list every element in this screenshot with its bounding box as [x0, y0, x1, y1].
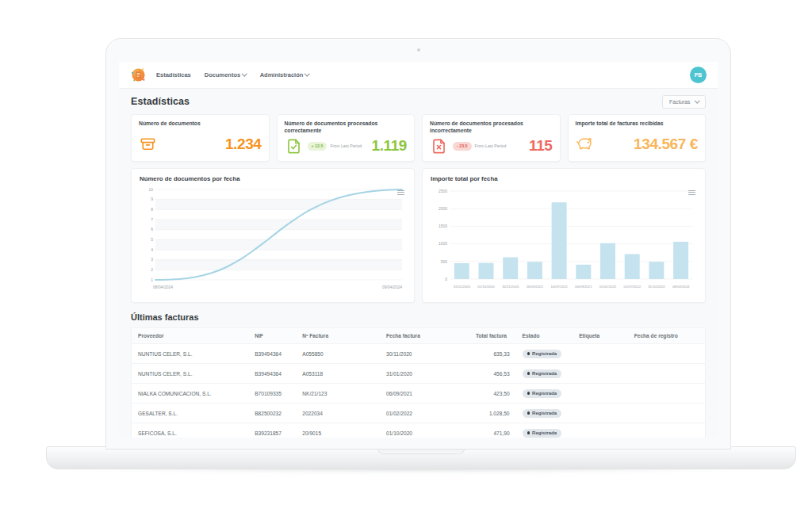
bar-chart: 0500100015002000250031/01/202001/10/2020…: [431, 184, 697, 293]
app-logo-icon[interactable]: [130, 67, 147, 83]
cell-registro: [628, 423, 706, 438]
column-header: Estado: [516, 328, 573, 344]
svg-text:9: 9: [151, 197, 153, 201]
column-header: Fecha factura: [380, 328, 469, 344]
nav-links: EstadísticasDocumentosAdministración: [156, 71, 309, 78]
status-badge: Registrada: [523, 350, 562, 358]
stat-card-3: Importe total de facturas recibidas134.5…: [568, 114, 707, 162]
facturas-select[interactable]: Facturas: [662, 95, 706, 109]
cell-estado: Registrada: [516, 344, 573, 364]
svg-text:26/03/2021: 26/03/2021: [527, 285, 544, 289]
document-check-icon: [285, 137, 303, 155]
table-row[interactable]: NIALKA COMUNICACION, S.L.B70109335NK/21/…: [132, 384, 706, 404]
status-label: Registrada: [532, 371, 557, 376]
svg-text:14/07/2021: 14/07/2021: [550, 285, 568, 289]
cell-fecha: 01/10/2020: [380, 423, 469, 438]
main-content: Estadísticas Facturas Número de document…: [119, 89, 718, 438]
chart-menu-icon[interactable]: [396, 187, 406, 198]
table-row[interactable]: NUNTIUS CELER, S.L.B39494364A05311831/01…: [132, 364, 706, 384]
cell-nif: B39231857: [248, 423, 296, 438]
document-x-icon: [430, 137, 448, 155]
cell-total: 1.028,50: [469, 404, 516, 423]
nav-item-administracion[interactable]: Administración: [260, 71, 309, 78]
nav-item-label: Estadísticas: [156, 71, 191, 78]
cell-nif: B70109335: [248, 384, 296, 404]
svg-text:6: 6: [151, 227, 153, 231]
cell-estado: Registrada: [516, 404, 573, 423]
status-label: Registrada: [532, 351, 557, 356]
svg-text:1500: 1500: [439, 224, 447, 228]
cell-fecha: 06/09/2021: [380, 384, 469, 404]
svg-text:30/11/2020: 30/11/2020: [502, 285, 519, 289]
cell-nif: B39494364: [248, 344, 296, 364]
stat-card-body: + 12.5From Last Period1.119: [285, 137, 408, 155]
svg-text:500: 500: [441, 259, 448, 264]
stat-card-title: Importe total de facturas recibidas: [576, 121, 699, 132]
stat-card-1: Número de documentos procesados correcta…: [277, 114, 416, 162]
svg-text:06/09/2021: 06/09/2021: [575, 285, 592, 289]
cell-proveedor: NIALKA COMUNICACION, S.L.: [132, 384, 249, 404]
invoices-table-header-row: ProveedorNIFNº FacturaFecha facturaTotal…: [132, 328, 706, 344]
cell-total: 423,50: [469, 384, 516, 404]
svg-text:2: 2: [151, 267, 153, 272]
status-label: Registrada: [532, 411, 557, 415]
status-label: Registrada: [532, 391, 557, 396]
table-row[interactable]: NUNTIUS CELER, S.L.B39494364A05585030/11…: [132, 344, 706, 364]
svg-text:01/10/2020: 01/10/2020: [477, 285, 495, 289]
svg-text:01/07/2022: 01/07/2022: [624, 285, 642, 289]
column-header: Nº Factura: [296, 328, 380, 344]
cell-fecha: 01/02/2022: [380, 404, 469, 423]
cell-proveedor: NUNTIUS CELER, S.L.: [132, 364, 249, 384]
column-header: Total factura: [469, 328, 516, 344]
laptop-camera-dot: [417, 48, 420, 52]
stat-card-value: 134.567 €: [634, 136, 698, 153]
svg-text:2000: 2000: [439, 206, 447, 211]
page-title: Estadísticas: [131, 96, 190, 107]
chart-menu-icon[interactable]: [687, 187, 697, 198]
user-avatar[interactable]: PB: [690, 67, 707, 83]
nav-item-documentos[interactable]: Documentos: [205, 71, 247, 78]
cell-registro: [628, 344, 706, 364]
stat-cards-row: Número de documentos1.234Número de docum…: [131, 114, 706, 162]
status-badge: Registrada: [523, 429, 562, 438]
svg-text:31/10/2022: 31/10/2022: [648, 285, 665, 289]
status-dot-icon: [527, 411, 530, 415]
archive-box-icon: [139, 135, 157, 153]
stat-card-title: Número de documentos: [139, 121, 262, 132]
trend-badge: + 12.5: [308, 142, 327, 151]
svg-text:1: 1: [151, 277, 153, 282]
svg-text:01/02/2022: 01/02/2022: [599, 285, 617, 289]
table-row[interactable]: GESALTER, S.L.B82500232202203401/02/2022…: [132, 404, 706, 423]
column-header: NIF: [248, 328, 296, 344]
table-row[interactable]: SEFICOSA, S.L.B3923185720/901501/10/2020…: [132, 423, 706, 438]
page-header: Estadísticas Facturas: [131, 95, 706, 108]
status-label: Registrada: [532, 430, 557, 435]
cell-registro: [628, 364, 706, 384]
svg-text:2500: 2500: [439, 189, 447, 193]
cell-estado: Registrada: [516, 423, 573, 438]
status-badge: Registrada: [523, 389, 562, 398]
nav-item-estadisticas[interactable]: Estadísticas: [156, 71, 191, 78]
cell-estado: Registrada: [516, 364, 573, 384]
cell-proveedor: SEFICOSA, S.L.: [132, 423, 249, 438]
svg-text:1000: 1000: [439, 241, 447, 246]
cell-fecha: 31/01/2020: [380, 364, 469, 384]
cell-proveedor: GESALTER, S.L.: [132, 404, 249, 423]
stat-card-body: 1.234: [139, 135, 262, 153]
line-chart: 1234567891008/04/202409/04/2024: [140, 184, 406, 293]
cell-nif: B82500232: [248, 404, 296, 423]
bar-chart-card: Importe total por fecha 0500100015002000…: [422, 168, 706, 303]
cell-etiqueta: [573, 404, 628, 423]
stat-card-0: Número de documentos1.234: [131, 114, 270, 162]
stat-card-body: - 23.5From Last Period115: [430, 137, 553, 155]
svg-text:4: 4: [151, 247, 153, 252]
app-screen: EstadísticasDocumentosAdministración PB …: [119, 62, 718, 438]
cell-etiqueta: [573, 344, 628, 364]
status-badge: Registrada: [523, 409, 562, 418]
status-dot-icon: [527, 372, 530, 375]
stat-card-title: Número de documentos procesados incorrec…: [430, 121, 553, 135]
cell-nif: B39494364: [248, 364, 296, 384]
status-dot-icon: [527, 431, 530, 434]
cell-factura: NK/21/123: [296, 384, 380, 404]
cell-total: 635,33: [469, 344, 516, 364]
